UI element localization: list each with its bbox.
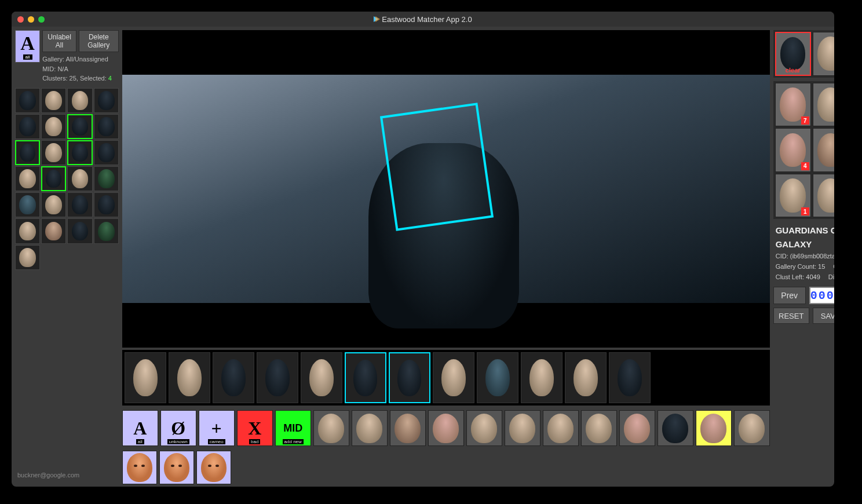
match-suggestion-grid: clear — [773, 30, 834, 78]
strip-thumb[interactable] — [257, 352, 298, 403]
cluster-thumb[interactable] — [67, 114, 92, 139]
play-store-icon — [374, 16, 378, 22]
cluster-thumb[interactable] — [67, 88, 92, 113]
cast-label-thumb[interactable] — [543, 410, 579, 446]
label-unknown-button[interactable]: Ø unknown — [160, 410, 196, 446]
strip-thumb[interactable] — [169, 352, 210, 403]
cast-label-thumb[interactable] — [352, 410, 388, 446]
cluster-thumb[interactable] — [15, 166, 40, 191]
app-window: Eastwood Matcher App 2.0 A all Unlabel A… — [12, 12, 834, 487]
strip-thumb[interactable] — [521, 352, 563, 403]
cast-label-thumb[interactable] — [581, 410, 617, 446]
cluster-thumb[interactable] — [94, 88, 119, 113]
cluster-thumb[interactable] — [67, 192, 92, 217]
label-add-mid-button[interactable]: MID add new — [275, 410, 311, 446]
cast-grid: 789456123 — [773, 81, 834, 220]
displayed-label: Displayed: 1989 — [828, 272, 834, 283]
strip-thumb[interactable] — [389, 352, 430, 403]
clust-count-label: Clust Count: 7027 — [833, 262, 834, 272]
gallery-letter: A — [20, 34, 35, 53]
cast-thumb[interactable]: 1 — [775, 174, 811, 218]
app-title: Eastwood Matcher App 2.0 — [382, 15, 472, 24]
strip-thumb[interactable] — [433, 352, 474, 403]
cluster-thumb[interactable] — [67, 218, 92, 243]
extra-slot[interactable] — [122, 451, 157, 484]
maximize-icon[interactable] — [38, 16, 45, 23]
movie-title: GUARDIANS OF THE GALAXY — [776, 224, 834, 251]
titlebar: Eastwood Matcher App 2.0 — [12, 12, 834, 27]
cast-thumb[interactable]: 4 — [775, 128, 811, 172]
cluster-thumb[interactable] — [15, 140, 40, 165]
cluster-thumb[interactable] — [15, 192, 40, 217]
strip-thumb[interactable] — [213, 352, 254, 403]
detection-strip — [122, 350, 770, 406]
strip-thumb[interactable] — [301, 352, 342, 403]
cast-number-badge: 4 — [801, 162, 809, 170]
delete-gallery-button[interactable]: Delete Gallery — [79, 30, 119, 52]
cluster-thumb[interactable] — [94, 114, 119, 139]
gallery-letter-sub: all — [23, 54, 32, 60]
cluster-thumb[interactable] — [94, 218, 119, 243]
cluster-thumb[interactable] — [41, 166, 66, 191]
reset-button[interactable]: RESET — [773, 308, 809, 324]
cast-label-thumb[interactable] — [390, 410, 426, 446]
cast-label-thumb[interactable] — [619, 410, 655, 446]
extra-slot[interactable] — [196, 451, 231, 484]
movie-frame — [122, 75, 770, 304]
movie-meta-panel: GUARDIANS OF THE GALAXY CID: (ib69smb008… — [773, 222, 834, 283]
extra-slot[interactable] — [159, 451, 194, 484]
cast-label-thumb[interactable] — [313, 410, 349, 446]
cluster-thumb[interactable] — [41, 218, 66, 243]
label-bad-button[interactable]: X bad — [237, 410, 273, 446]
cluster-thumb[interactable] — [41, 192, 66, 217]
cast-label-thumb[interactable] — [734, 410, 770, 446]
cluster-thumb[interactable] — [41, 140, 66, 165]
cluster-thumb[interactable] — [41, 88, 66, 113]
match-thumb[interactable] — [813, 32, 834, 76]
gallery-info-mid: MID: N/A — [42, 64, 119, 74]
cast-thumb[interactable]: 5 — [813, 128, 834, 172]
gallery-info-clusters: Clusters: 25, Selected: — [42, 75, 107, 82]
cast-label-thumb[interactable] — [505, 410, 540, 446]
cluster-thumb[interactable] — [67, 140, 92, 165]
cluster-gallery-grid — [15, 88, 119, 270]
match-thumb[interactable]: clear — [775, 32, 811, 76]
cluster-thumb[interactable] — [94, 140, 119, 165]
close-icon[interactable] — [17, 16, 24, 23]
cast-thumb[interactable]: 7 — [775, 83, 811, 127]
cast-label-thumb[interactable] — [696, 410, 732, 446]
save-button[interactable]: SAVE — [813, 308, 834, 324]
cluster-thumb[interactable] — [41, 114, 66, 139]
cast-label-row — [313, 410, 770, 483]
cluster-thumb[interactable] — [94, 166, 119, 191]
strip-thumb[interactable] — [345, 352, 386, 403]
prev-button[interactable]: Prev — [773, 287, 806, 304]
gallery-info-selected: 4 — [108, 75, 112, 82]
face-detection-box[interactable] — [380, 103, 494, 231]
cast-number-badge: 7 — [801, 116, 809, 125]
unlabel-all-button[interactable]: Unlabel All — [42, 30, 76, 52]
cluster-thumb[interactable] — [15, 114, 40, 139]
label-cameo-button[interactable]: + cameo — [199, 410, 235, 446]
cast-label-thumb[interactable] — [658, 410, 693, 446]
strip-thumb[interactable] — [125, 352, 166, 403]
cluster-thumb[interactable] — [94, 192, 119, 217]
counter-display[interactable]: 00000 — [809, 287, 834, 304]
cast-number-badge: 1 — [801, 207, 809, 216]
minimize-icon[interactable] — [28, 16, 34, 23]
cast-label-thumb[interactable] — [428, 410, 464, 446]
cluster-thumb[interactable] — [15, 245, 40, 270]
clust-left-label: Clust Left: 4049 — [776, 272, 820, 283]
cast-label-thumb[interactable] — [466, 410, 502, 446]
gallery-letter-badge[interactable]: A all — [15, 30, 40, 63]
strip-thumb[interactable] — [477, 352, 518, 403]
cast-thumb[interactable]: 2 — [813, 174, 834, 218]
strip-thumb[interactable] — [565, 352, 607, 403]
label-all-button[interactable]: A all — [122, 410, 158, 446]
strip-thumb[interactable] — [609, 352, 651, 403]
cluster-thumb[interactable] — [67, 166, 92, 191]
cast-thumb[interactable]: 8 — [813, 83, 834, 127]
cluster-thumb[interactable] — [15, 88, 40, 113]
cluster-thumb[interactable] — [15, 218, 40, 243]
gallery-count-label: Gallery Count: 15 — [776, 262, 826, 272]
